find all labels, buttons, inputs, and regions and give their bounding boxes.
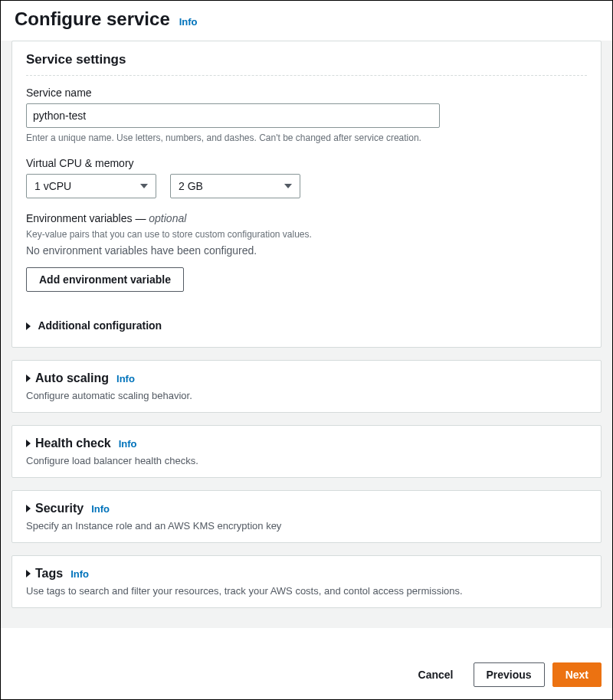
- auto-scaling-panel: Auto scaling Info Configure automatic sc…: [11, 360, 602, 413]
- health-check-toggle[interactable]: Health check Info: [26, 437, 587, 450]
- triangle-right-icon: [26, 570, 31, 577]
- triangle-right-icon: [26, 505, 31, 512]
- page-title-info-link[interactable]: Info: [179, 16, 198, 28]
- security-panel: Security Info Specify an Instance role a…: [11, 490, 602, 543]
- chevron-down-icon: [140, 184, 148, 188]
- page-title: Configure service: [15, 8, 170, 30]
- memory-select[interactable]: 2 GB: [170, 174, 300, 198]
- next-button[interactable]: Next: [552, 662, 602, 687]
- service-name-input[interactable]: [26, 103, 440, 128]
- tags-info-link[interactable]: Info: [70, 568, 89, 580]
- auto-scaling-toggle[interactable]: Auto scaling Info: [26, 371, 587, 385]
- divider: [26, 75, 587, 76]
- security-title: Security: [35, 502, 84, 515]
- service-settings-title: Service settings: [26, 52, 126, 67]
- env-vars-empty: No environment variables have been confi…: [26, 244, 587, 257]
- tags-title: Tags: [35, 567, 63, 581]
- page-header: Configure service Info: [1, 1, 612, 41]
- tags-toggle[interactable]: Tags Info: [26, 567, 587, 581]
- vcpu-select-value: 1 vCPU: [34, 180, 71, 192]
- service-settings-panel: Service settings Service name Enter a un…: [11, 41, 602, 348]
- health-check-panel: Health check Info Configure load balance…: [11, 425, 602, 478]
- triangle-right-icon: [26, 322, 31, 330]
- triangle-right-icon: [26, 375, 31, 382]
- chevron-down-icon: [284, 184, 292, 188]
- additional-configuration-label: Additional configuration: [38, 319, 162, 332]
- env-vars-help: Key-value pairs that you can use to stor…: [26, 229, 587, 240]
- health-check-desc: Configure load balancer health checks.: [26, 455, 587, 466]
- service-name-help: Enter a unique name. Use letters, number…: [26, 132, 587, 143]
- previous-button[interactable]: Previous: [474, 662, 545, 687]
- cancel-button[interactable]: Cancel: [406, 662, 466, 687]
- add-env-var-button[interactable]: Add environment variable: [26, 267, 184, 292]
- vcpu-memory-label: Virtual CPU & memory: [26, 157, 587, 169]
- auto-scaling-info-link[interactable]: Info: [116, 373, 135, 384]
- tags-desc: Use tags to search and filter your resou…: [26, 585, 587, 597]
- additional-configuration-toggle[interactable]: Additional configuration: [26, 309, 587, 335]
- triangle-right-icon: [26, 440, 31, 447]
- vcpu-select[interactable]: 1 vCPU: [26, 174, 156, 198]
- auto-scaling-desc: Configure automatic scaling behavior.: [26, 390, 587, 401]
- security-desc: Specify an Instance role and an AWS KMS …: [26, 520, 587, 532]
- memory-select-value: 2 GB: [179, 180, 203, 192]
- health-check-title: Health check: [35, 437, 111, 450]
- footer-actions: Cancel Previous Next: [406, 662, 602, 687]
- security-toggle[interactable]: Security Info: [26, 502, 587, 515]
- security-info-link[interactable]: Info: [91, 503, 110, 515]
- auto-scaling-title: Auto scaling: [35, 371, 109, 385]
- service-name-label: Service name: [26, 87, 587, 99]
- tags-panel: Tags Info Use tags to search and filter …: [11, 555, 602, 608]
- env-vars-label: Environment variables — optional: [26, 212, 587, 224]
- health-check-info-link[interactable]: Info: [119, 438, 137, 450]
